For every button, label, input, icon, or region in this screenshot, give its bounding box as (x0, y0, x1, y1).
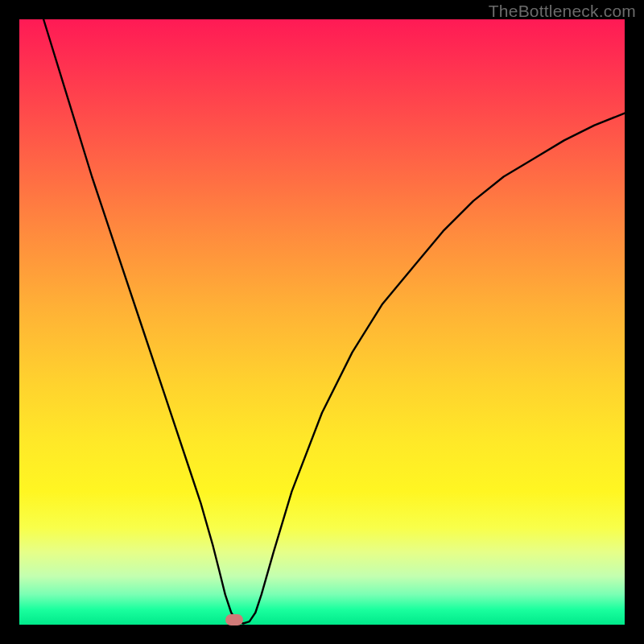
bottleneck-curve (19, 19, 625, 625)
optimal-point-marker (225, 614, 243, 625)
chart-frame: TheBottleneck.com (0, 0, 644, 644)
plot-area (19, 19, 625, 625)
watermark-text: TheBottleneck.com (489, 2, 636, 21)
